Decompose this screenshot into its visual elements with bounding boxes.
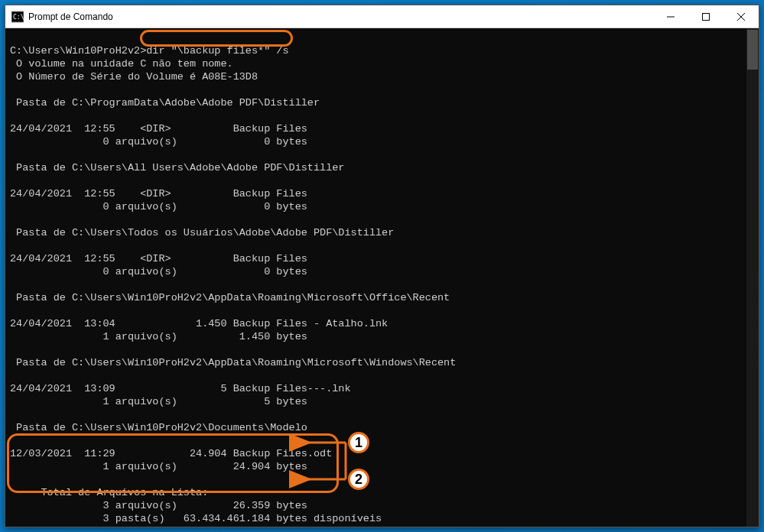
output-line: 3 arquivo(s) 26.359 bytes xyxy=(10,500,307,511)
scrollbar-thumb[interactable] xyxy=(747,30,758,70)
output-line: Pasta de C:\Users\Win10ProH2v2\AppData\R… xyxy=(10,292,450,303)
output-line: 12/03/2021 11:29 24.904 Backup Files.odt xyxy=(10,448,332,459)
output-line: 24/04/2021 13:09 5 Backup Files---.lnk xyxy=(10,383,351,394)
output-line: 24/04/2021 12:55 <DIR> Backup Files xyxy=(10,253,307,264)
output-line: Pasta de C:\ProgramData\Adobe\Adobe PDF\… xyxy=(10,97,320,109)
output-line: Total de Arquivos na Lista: xyxy=(10,487,208,498)
output-line: 1 arquivo(s) 1.450 bytes xyxy=(10,331,307,342)
output-line: 0 arquivo(s) 0 bytes xyxy=(10,136,307,148)
output-line: O Número de Série do Volume é A08E-13D8 xyxy=(10,71,258,83)
output-line: 0 arquivo(s) 0 bytes xyxy=(10,201,307,212)
callout-2: 2 xyxy=(348,469,369,490)
output-line: Pasta de C:\Users\All Users\Adobe\Adobe … xyxy=(10,162,344,174)
output-line: 1 arquivo(s) 5 bytes xyxy=(10,396,307,407)
close-button[interactable] xyxy=(723,5,759,28)
window-title: Prompt de Comando xyxy=(28,11,653,22)
terminal-output[interactable]: C:\Users\Win10ProH2v2>dir "\backup files… xyxy=(5,28,759,527)
command-prompt-window: C:\ Prompt de Comando C:\Users\Win10ProH… xyxy=(5,5,759,527)
output-line: 24/04/2021 13:04 1.450 Backup Files - At… xyxy=(10,318,388,329)
maximize-button[interactable] xyxy=(688,5,723,28)
output-line: 3 pasta(s) 63.434.461.184 bytes disponív… xyxy=(10,513,382,524)
prompt-line: C:\Users\Win10ProH2v2>dir "\backup files… xyxy=(10,45,289,57)
minimize-button[interactable] xyxy=(653,5,688,28)
output-line: 24/04/2021 12:55 <DIR> Backup Files xyxy=(10,123,307,135)
output-line: O volume na unidade C não tem nome. xyxy=(10,58,233,70)
output-line: Pasta de C:\Users\Win10ProH2v2\Documents… xyxy=(10,422,307,433)
vertical-scrollbar[interactable] xyxy=(746,28,759,527)
cmd-icon: C:\ xyxy=(11,11,24,23)
output-line: Pasta de C:\Users\Win10ProH2v2\AppData\R… xyxy=(10,357,456,368)
output-line: 24/04/2021 12:55 <DIR> Backup Files xyxy=(10,188,307,200)
callout-1: 1 xyxy=(348,432,369,453)
output-line: 0 arquivo(s) 0 bytes xyxy=(10,266,307,277)
output-line: 1 arquivo(s) 24.904 bytes xyxy=(10,461,307,472)
window-controls xyxy=(653,5,759,28)
titlebar[interactable]: C:\ Prompt de Comando xyxy=(5,5,759,28)
output-line: Pasta de C:\Users\Todos os Usuários\Adob… xyxy=(10,227,394,238)
svg-text:C:\: C:\ xyxy=(13,14,24,21)
highlight-command xyxy=(140,30,293,47)
svg-rect-3 xyxy=(703,13,710,20)
